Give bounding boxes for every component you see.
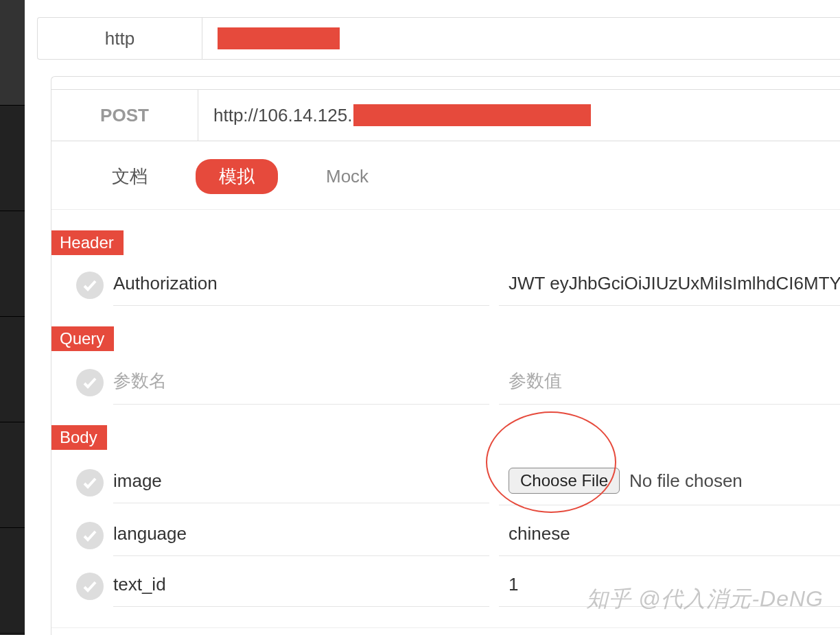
query-name-input[interactable]: 参数名 [113, 361, 489, 405]
redacted-block [353, 104, 591, 126]
sidebar-item[interactable] [0, 317, 25, 422]
section-label-header: Header [51, 230, 124, 255]
method-select[interactable]: POST [51, 89, 198, 141]
header-name-input[interactable]: Authorization [113, 265, 489, 306]
query-row: 参数名 参数值 [51, 361, 840, 405]
body-row-textid: text_id 1 [51, 566, 840, 607]
response-section-header[interactable]: Response [51, 627, 840, 635]
sidebar-item[interactable] [0, 528, 25, 634]
sidebar [0, 0, 25, 635]
check-icon[interactable] [76, 272, 104, 299]
subtab-doc[interactable]: 文档 [89, 159, 171, 194]
header-value-input[interactable]: JWT eyJhbGciOiJIUzUxMiIsImlhdCI6MTYwM [499, 265, 840, 306]
redacted-block [218, 27, 340, 49]
body-name-input[interactable]: language [113, 515, 489, 556]
header-section: Header Authorization JWT eyJhbGciOiJIUzU… [51, 210, 840, 306]
main-panel: http POST http://106.14.125. 文档 模拟 Mock [25, 0, 840, 635]
query-section: Query 参数名 参数值 [51, 306, 840, 405]
body-section: Body image Choose File No file chosen [51, 405, 840, 607]
body-value-input[interactable]: chinese [499, 515, 840, 556]
method-url-row: POST http://106.14.125. [51, 89, 840, 141]
sub-tab-bar: 文档 模拟 Mock [51, 141, 840, 210]
url-prefix-text: http://106.14.125. [213, 105, 352, 126]
scheme-url-row: http [37, 17, 840, 60]
sidebar-item[interactable] [0, 211, 25, 317]
check-icon[interactable] [76, 573, 104, 600]
query-value-input[interactable]: 参数值 [499, 361, 840, 405]
check-icon[interactable] [76, 369, 104, 396]
sidebar-item[interactable] [0, 106, 25, 211]
header-row: Authorization JWT eyJhbGciOiJIUzUxMiIsIm… [51, 265, 840, 306]
subtab-mock[interactable]: Mock [303, 160, 392, 193]
file-status-text: No file chosen [629, 470, 743, 492]
url-name-box[interactable] [202, 18, 840, 59]
sidebar-item[interactable] [0, 422, 25, 528]
body-name-input[interactable]: text_id [113, 566, 489, 607]
section-label-query: Query [51, 326, 114, 351]
body-value-file: Choose File No file chosen [499, 459, 840, 505]
subtab-simulate[interactable]: 模拟 [196, 159, 278, 194]
choose-file-button[interactable]: Choose File [509, 468, 620, 494]
check-icon[interactable] [76, 469, 104, 496]
request-url-input[interactable]: http://106.14.125. [198, 89, 840, 141]
sidebar-item[interactable] [0, 0, 25, 106]
body-row-image: image Choose File No file chosen [51, 459, 840, 505]
section-label-body: Body [51, 425, 107, 450]
request-block: POST http://106.14.125. 文档 模拟 Mock Heade… [51, 76, 840, 635]
body-value-input[interactable]: 1 [499, 566, 840, 607]
check-icon[interactable] [76, 522, 104, 549]
body-row-language: language chinese [51, 515, 840, 556]
scheme-select[interactable]: http [38, 18, 202, 59]
app-root: http POST http://106.14.125. 文档 模拟 Mock [0, 0, 840, 635]
body-name-input[interactable]: image [113, 462, 489, 503]
